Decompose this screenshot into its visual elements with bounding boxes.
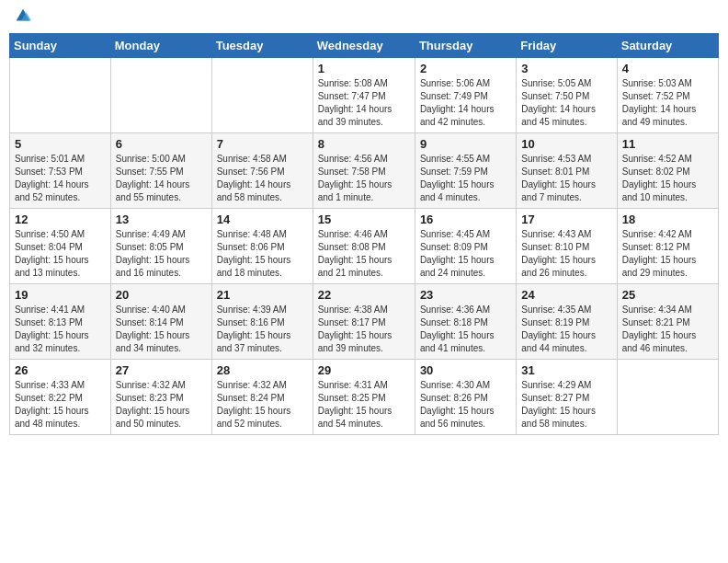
day-number: 25 [622, 288, 713, 302]
calendar-cell: 3Sunrise: 5:05 AM Sunset: 7:50 PM Daylig… [517, 58, 617, 133]
calendar-cell: 14Sunrise: 4:48 AM Sunset: 8:06 PM Dayli… [211, 209, 313, 284]
day-info: Sunrise: 4:41 AM Sunset: 8:13 PM Dayligh… [15, 304, 106, 355]
day-info: Sunrise: 4:35 AM Sunset: 8:19 PM Dayligh… [521, 304, 611, 355]
calendar-week-row: 26Sunrise: 4:33 AM Sunset: 8:22 PM Dayli… [10, 360, 719, 435]
calendar-cell [110, 58, 211, 133]
calendar-cell: 16Sunrise: 4:45 AM Sunset: 8:09 PM Dayli… [415, 209, 516, 284]
day-number: 3 [521, 62, 611, 75]
calendar-cell: 27Sunrise: 4:32 AM Sunset: 8:23 PM Dayli… [110, 360, 211, 435]
calendar-cell: 22Sunrise: 4:38 AM Sunset: 8:17 PM Dayli… [313, 284, 415, 360]
day-info: Sunrise: 5:05 AM Sunset: 7:50 PM Dayligh… [521, 77, 611, 129]
calendar-cell: 1Sunrise: 5:08 AM Sunset: 7:47 PM Daylig… [313, 58, 415, 133]
logo-icon [13, 6, 33, 26]
day-info: Sunrise: 4:32 AM Sunset: 8:23 PM Dayligh… [116, 379, 207, 431]
calendar-header-row: SundayMondayTuesdayWednesdayThursdayFrid… [10, 34, 719, 58]
day-number: 15 [318, 213, 410, 226]
calendar-cell: 4Sunrise: 5:03 AM Sunset: 7:52 PM Daylig… [617, 58, 718, 133]
day-info: Sunrise: 4:40 AM Sunset: 8:14 PM Dayligh… [116, 304, 207, 355]
calendar-cell: 15Sunrise: 4:46 AM Sunset: 8:08 PM Dayli… [313, 209, 415, 284]
calendar-cell: 23Sunrise: 4:36 AM Sunset: 8:18 PM Dayli… [415, 284, 516, 360]
calendar-cell: 28Sunrise: 4:32 AM Sunset: 8:24 PM Dayli… [211, 360, 313, 435]
day-number: 28 [217, 363, 308, 377]
day-info: Sunrise: 4:32 AM Sunset: 8:24 PM Dayligh… [217, 379, 308, 431]
calendar-week-row: 1Sunrise: 5:08 AM Sunset: 7:47 PM Daylig… [10, 58, 719, 133]
day-info: Sunrise: 4:58 AM Sunset: 7:56 PM Dayligh… [217, 153, 308, 204]
calendar-cell [211, 58, 313, 133]
day-number: 29 [318, 363, 410, 377]
day-of-week-header: Saturday [617, 34, 718, 58]
day-info: Sunrise: 4:48 AM Sunset: 8:06 PM Dayligh… [217, 228, 308, 280]
day-info: Sunrise: 5:08 AM Sunset: 7:47 PM Dayligh… [318, 77, 410, 129]
day-number: 20 [116, 288, 207, 302]
day-info: Sunrise: 4:42 AM Sunset: 8:12 PM Dayligh… [622, 228, 713, 280]
calendar-table: SundayMondayTuesdayWednesdayThursdayFrid… [9, 33, 719, 435]
day-number: 4 [622, 62, 713, 75]
day-info: Sunrise: 4:53 AM Sunset: 8:01 PM Dayligh… [521, 153, 611, 204]
day-info: Sunrise: 5:03 AM Sunset: 7:52 PM Dayligh… [622, 77, 713, 129]
calendar-cell: 17Sunrise: 4:43 AM Sunset: 8:10 PM Dayli… [517, 209, 617, 284]
day-info: Sunrise: 4:43 AM Sunset: 8:10 PM Dayligh… [521, 228, 611, 280]
day-number: 7 [217, 137, 308, 151]
day-info: Sunrise: 5:01 AM Sunset: 7:53 PM Dayligh… [15, 153, 106, 204]
day-info: Sunrise: 4:39 AM Sunset: 8:16 PM Dayligh… [217, 304, 308, 355]
day-info: Sunrise: 4:49 AM Sunset: 8:05 PM Dayligh… [116, 228, 207, 280]
calendar-cell: 5Sunrise: 5:01 AM Sunset: 7:53 PM Daylig… [10, 133, 111, 209]
calendar-cell: 13Sunrise: 4:49 AM Sunset: 8:05 PM Dayli… [110, 209, 211, 284]
day-number: 6 [116, 137, 207, 151]
calendar-week-row: 12Sunrise: 4:50 AM Sunset: 8:04 PM Dayli… [10, 209, 719, 284]
day-of-week-header: Wednesday [313, 34, 415, 58]
day-number: 31 [521, 363, 611, 377]
day-number: 21 [217, 288, 308, 302]
day-info: Sunrise: 4:38 AM Sunset: 8:17 PM Dayligh… [318, 304, 410, 355]
day-info: Sunrise: 4:31 AM Sunset: 8:25 PM Dayligh… [318, 379, 410, 431]
calendar-cell: 10Sunrise: 4:53 AM Sunset: 8:01 PM Dayli… [517, 133, 617, 209]
calendar-cell: 26Sunrise: 4:33 AM Sunset: 8:22 PM Dayli… [10, 360, 111, 435]
day-info: Sunrise: 4:45 AM Sunset: 8:09 PM Dayligh… [420, 228, 511, 280]
calendar-cell: 29Sunrise: 4:31 AM Sunset: 8:25 PM Dayli… [313, 360, 415, 435]
day-number: 24 [521, 288, 611, 302]
day-number: 13 [116, 213, 207, 226]
day-of-week-header: Tuesday [211, 34, 313, 58]
calendar-cell: 20Sunrise: 4:40 AM Sunset: 8:14 PM Dayli… [110, 284, 211, 360]
day-number: 11 [622, 137, 713, 151]
calendar-cell: 8Sunrise: 4:56 AM Sunset: 7:58 PM Daylig… [313, 133, 415, 209]
day-of-week-header: Thursday [415, 34, 516, 58]
calendar-cell: 24Sunrise: 4:35 AM Sunset: 8:19 PM Dayli… [517, 284, 617, 360]
day-info: Sunrise: 4:34 AM Sunset: 8:21 PM Dayligh… [622, 304, 713, 355]
page-header [9, 9, 719, 26]
day-number: 16 [420, 213, 511, 226]
day-number: 1 [318, 62, 410, 75]
day-number: 26 [15, 363, 106, 377]
day-info: Sunrise: 4:33 AM Sunset: 8:22 PM Dayligh… [15, 379, 106, 431]
day-number: 18 [622, 213, 713, 226]
calendar-week-row: 5Sunrise: 5:01 AM Sunset: 7:53 PM Daylig… [10, 133, 719, 209]
day-number: 9 [420, 137, 511, 151]
day-number: 27 [116, 363, 207, 377]
day-number: 8 [318, 137, 410, 151]
day-info: Sunrise: 4:29 AM Sunset: 8:27 PM Dayligh… [521, 379, 611, 431]
calendar-cell: 21Sunrise: 4:39 AM Sunset: 8:16 PM Dayli… [211, 284, 313, 360]
day-number: 14 [217, 213, 308, 226]
day-info: Sunrise: 4:50 AM Sunset: 8:04 PM Dayligh… [15, 228, 106, 280]
day-number: 22 [318, 288, 410, 302]
day-info: Sunrise: 4:36 AM Sunset: 8:18 PM Dayligh… [420, 304, 511, 355]
calendar-cell: 7Sunrise: 4:58 AM Sunset: 7:56 PM Daylig… [211, 133, 313, 209]
day-of-week-header: Sunday [10, 34, 111, 58]
day-number: 12 [15, 213, 106, 226]
calendar-cell: 6Sunrise: 5:00 AM Sunset: 7:55 PM Daylig… [110, 133, 211, 209]
calendar-week-row: 19Sunrise: 4:41 AM Sunset: 8:13 PM Dayli… [10, 284, 719, 360]
calendar-cell: 30Sunrise: 4:30 AM Sunset: 8:26 PM Dayli… [415, 360, 516, 435]
day-info: Sunrise: 5:00 AM Sunset: 7:55 PM Dayligh… [116, 153, 207, 204]
day-number: 19 [15, 288, 106, 302]
day-number: 23 [420, 288, 511, 302]
calendar-cell: 2Sunrise: 5:06 AM Sunset: 7:49 PM Daylig… [415, 58, 516, 133]
day-info: Sunrise: 4:46 AM Sunset: 8:08 PM Dayligh… [318, 228, 410, 280]
day-info: Sunrise: 5:06 AM Sunset: 7:49 PM Dayligh… [420, 77, 511, 129]
calendar-cell: 25Sunrise: 4:34 AM Sunset: 8:21 PM Dayli… [617, 284, 718, 360]
day-info: Sunrise: 4:55 AM Sunset: 7:59 PM Dayligh… [420, 153, 511, 204]
calendar-cell: 31Sunrise: 4:29 AM Sunset: 8:27 PM Dayli… [517, 360, 617, 435]
day-info: Sunrise: 4:30 AM Sunset: 8:26 PM Dayligh… [420, 379, 511, 431]
day-number: 2 [420, 62, 511, 75]
day-info: Sunrise: 4:56 AM Sunset: 7:58 PM Dayligh… [318, 153, 410, 204]
calendar-cell: 11Sunrise: 4:52 AM Sunset: 8:02 PM Dayli… [617, 133, 718, 209]
